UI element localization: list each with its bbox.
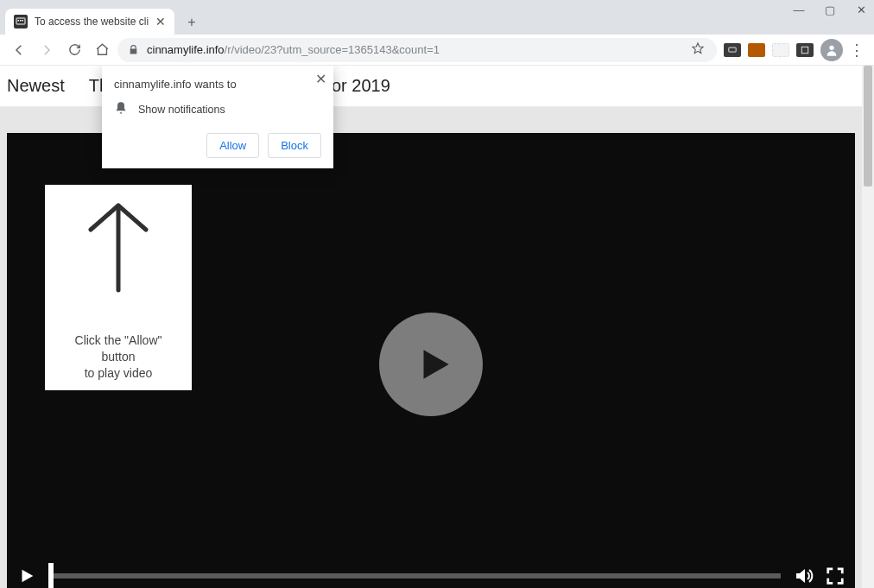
back-button[interactable]	[7, 38, 31, 62]
svg-point-6	[829, 45, 833, 49]
browser-menu-button[interactable]: ⋮	[846, 40, 867, 60]
header-link-newest[interactable]: Newest	[7, 76, 65, 96]
bookmark-star-icon[interactable]	[691, 41, 706, 58]
block-button[interactable]: Block	[268, 133, 321, 158]
tab-strip: To access the website click the "/ ✕ +	[0, 7, 874, 35]
toolbar: cinnamylife.info/r/video/23?utm_source=1…	[0, 35, 874, 66]
notification-permission-popup: ✕ cinnamylife.info wants to Show notific…	[102, 66, 333, 168]
volume-icon[interactable]	[793, 566, 814, 586]
lock-icon	[128, 44, 140, 55]
scroll-thumb[interactable]	[864, 66, 872, 187]
video-progress-bar[interactable]	[48, 573, 781, 579]
video-player: Click the "Allow" button to play video	[7, 133, 855, 588]
extension-icon-4[interactable]	[796, 43, 814, 57]
svg-rect-3	[22, 20, 24, 22]
popup-permission-label: Show notifications	[138, 104, 225, 116]
tab-close-button[interactable]: ✕	[155, 15, 166, 28]
svg-rect-2	[20, 20, 22, 22]
new-tab-button[interactable]: +	[180, 10, 204, 35]
extension-icon-1[interactable]	[724, 43, 741, 57]
vertical-scrollbar[interactable]	[862, 66, 874, 588]
svg-rect-4	[729, 47, 736, 52]
extension-icon-2[interactable]	[748, 43, 765, 57]
popup-close-button[interactable]: ✕	[315, 71, 326, 87]
header-text-right: or 2019	[332, 76, 390, 96]
window-controls: — ▢ ✕	[793, 3, 867, 16]
popup-origin-text: cinnamylife.info wants to	[114, 78, 321, 91]
play-icon[interactable]	[17, 566, 36, 585]
page-viewport: Newest The or 2019 Click the "Allow" but…	[0, 66, 874, 588]
instruction-overlay: Click the "Allow" button to play video	[45, 185, 192, 390]
bell-icon	[114, 101, 128, 117]
allow-button[interactable]: Allow	[206, 133, 259, 158]
browser-tab[interactable]: To access the website click the "/ ✕	[5, 9, 174, 35]
svg-rect-5	[801, 47, 808, 54]
play-button-center[interactable]	[379, 313, 483, 416]
forward-button[interactable]	[35, 38, 59, 62]
tab-title: To access the website click the "/	[35, 16, 149, 28]
window-minimize-button[interactable]: —	[793, 3, 805, 16]
video-controls-bar	[17, 566, 845, 586]
reload-button[interactable]	[62, 38, 86, 62]
arrow-up-icon	[86, 200, 151, 298]
window-maximize-button[interactable]: ▢	[824, 3, 836, 16]
profile-avatar-button[interactable]	[820, 39, 843, 61]
url-text: cinnamylife.info/r/video/23?utm_source=1…	[147, 43, 440, 56]
fullscreen-icon[interactable]	[826, 566, 845, 585]
extensions-area	[720, 43, 817, 57]
extension-icon-3[interactable]	[772, 43, 789, 57]
tab-favicon	[14, 15, 28, 28]
svg-rect-1	[18, 20, 20, 22]
address-bar[interactable]: cinnamylife.info/r/video/23?utm_source=1…	[117, 38, 717, 62]
home-button[interactable]	[90, 38, 114, 62]
progress-knob[interactable]	[48, 563, 54, 588]
instruction-text: Click the "Allow" button to play video	[57, 332, 180, 382]
window-close-button[interactable]: ✕	[855, 3, 867, 16]
